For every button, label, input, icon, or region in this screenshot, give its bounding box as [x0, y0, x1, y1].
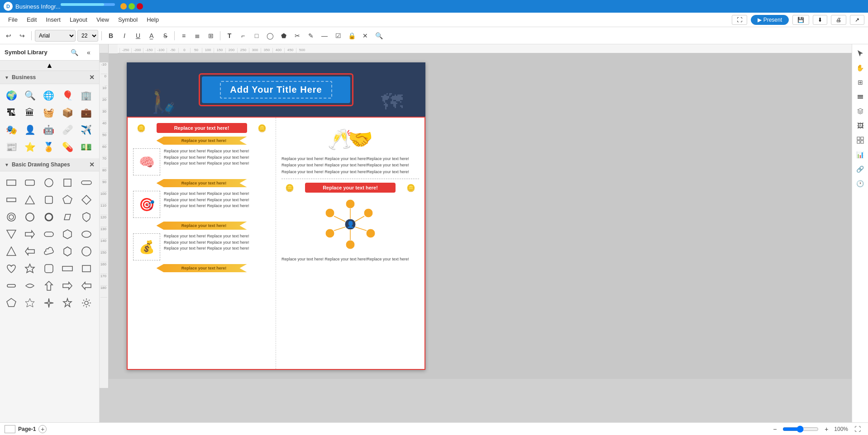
share-button[interactable]: ↗	[850, 15, 864, 25]
text-format-button[interactable]: ⊞	[205, 30, 217, 42]
symbol-plane[interactable]: ✈️	[79, 122, 94, 137]
redo-button[interactable]: ↪	[16, 30, 28, 42]
symbol-mask[interactable]: 🎭	[4, 122, 19, 137]
banner-ribbon-2[interactable]: Replace your text here!	[305, 183, 396, 193]
fullscreen-expand-button[interactable]: ⛶	[852, 423, 863, 435]
panel-collapse-button[interactable]: «	[83, 47, 95, 58]
italic-button[interactable]: I	[119, 30, 130, 42]
symbol-balloon[interactable]: 🎈	[60, 88, 75, 103]
shape-sunburst[interactable]	[79, 295, 94, 311]
undo-button[interactable]: ↩	[3, 30, 14, 42]
menu-symbol[interactable]: Symbol	[114, 14, 142, 25]
rt-image-button[interactable]: 🖼	[854, 119, 867, 132]
symbol-construction[interactable]: 🏗	[4, 105, 19, 120]
shape-rect[interactable]	[4, 175, 19, 190]
bold-button[interactable]: B	[105, 30, 117, 42]
shape-wide-rect[interactable]	[60, 261, 75, 276]
shape-star-outline[interactable]	[22, 295, 38, 311]
arrow-banner-3[interactable]: Replace your text here!	[157, 222, 247, 230]
rt-cursor-button[interactable]	[854, 47, 867, 60]
save-button[interactable]: 💾	[792, 15, 809, 25]
font-size-select[interactable]: 22	[77, 30, 98, 42]
shapes-section-header[interactable]: ▼ Basic Drawing Shapes ✕	[0, 158, 99, 171]
cross-button[interactable]: ✕	[359, 30, 371, 42]
menu-insert[interactable]: Insert	[41, 14, 65, 25]
symbol-office[interactable]: 🏛	[22, 105, 38, 120]
symbol-world[interactable]: 🌐	[41, 88, 57, 103]
shape-triangle2[interactable]	[4, 244, 19, 259]
page-name-1[interactable]: Page-1	[18, 426, 36, 432]
symbol-search[interactable]: 🔍	[22, 88, 38, 103]
shape-star5[interactable]	[60, 295, 75, 311]
shape-pill[interactable]	[4, 278, 19, 293]
align-center-button[interactable]: ≣	[191, 30, 203, 42]
shape-pentagon2[interactable]	[4, 295, 19, 311]
symbol-globe[interactable]: 🌍	[4, 88, 19, 103]
symbol-basket[interactable]: 🧺	[41, 105, 57, 120]
shape-rect4[interactable]	[79, 261, 94, 276]
menu-edit[interactable]: Edit	[22, 14, 41, 25]
rt-group-button[interactable]	[854, 134, 867, 147]
symbol-robot[interactable]: 🤖	[41, 122, 57, 137]
symbol-building[interactable]: 🏢	[79, 88, 94, 103]
shape-parallelogram[interactable]	[60, 209, 75, 225]
canvas-area[interactable]: -250 -200 -150 -100 -50 0 50 100 150 200…	[100, 44, 852, 422]
shape-arrow-up[interactable]	[41, 278, 57, 293]
symbol-person[interactable]: 👤	[22, 122, 38, 137]
shape-triangle[interactable]	[22, 192, 38, 208]
text-tool-button[interactable]: T	[224, 30, 235, 42]
underline-button[interactable]: U	[132, 30, 144, 42]
shape-rounded-rect[interactable]	[22, 175, 38, 190]
present-button[interactable]: ▶ Present	[751, 15, 789, 25]
shape-heart[interactable]	[4, 261, 19, 276]
shape-hexagon[interactable]	[60, 227, 75, 242]
shape-hexagon2[interactable]	[60, 244, 75, 259]
download-button[interactable]: ⬇	[813, 15, 827, 25]
rt-link-button[interactable]: 🔗	[854, 163, 867, 175]
symbol-box[interactable]: 📦	[60, 105, 75, 120]
banner-ribbon-1[interactable]: Replace your text here!	[157, 123, 247, 133]
business-section-header[interactable]: ▼ Business ✕	[0, 71, 99, 84]
shape-star[interactable]	[22, 261, 38, 276]
shape-circle-thick[interactable]	[41, 209, 57, 225]
font-color-button[interactable]: A̲	[146, 30, 157, 42]
shape-arrow-right2[interactable]	[60, 278, 75, 293]
shape-tool-button[interactable]: □	[251, 30, 262, 42]
shape-arrow-right[interactable]	[22, 227, 38, 242]
shape-rounded-square[interactable]	[41, 192, 57, 208]
pen-button[interactable]: ✎	[305, 30, 317, 42]
shape-stadium[interactable]	[41, 227, 57, 242]
menu-file[interactable]: File	[4, 14, 22, 25]
rt-history-button[interactable]: 🕐	[854, 177, 867, 190]
eraser-button[interactable]: ✂	[291, 30, 303, 42]
print-button[interactable]: 🖨	[831, 15, 846, 25]
arrow-banner-2[interactable]: Replace your text here!	[157, 179, 247, 187]
font-family-select[interactable]: Arial	[35, 30, 76, 42]
close-button[interactable]	[137, 3, 143, 9]
zoom-minus-button[interactable]: −	[769, 423, 781, 435]
symbol-medal[interactable]: 🏅	[41, 139, 57, 155]
symbol-newspaper[interactable]: 📰	[4, 139, 19, 155]
symbol-star[interactable]: ⭐	[22, 139, 38, 155]
arrow-banner-1[interactable]: Replace your text here!	[157, 137, 247, 145]
shape-cloud[interactable]	[41, 244, 57, 259]
menu-help[interactable]: Help	[142, 14, 163, 25]
shape-circle-outline[interactable]	[4, 209, 19, 225]
shape-arrow-left2[interactable]	[79, 278, 94, 293]
shape-wide-rounded[interactable]	[79, 175, 94, 190]
shape-circle[interactable]	[41, 175, 57, 190]
strikethrough-button[interactable]: S̶	[159, 30, 171, 42]
rt-grid-button[interactable]: ⊞	[854, 76, 867, 89]
page-thumb-1[interactable]	[5, 425, 15, 433]
add-page-button[interactable]: +	[38, 425, 47, 433]
symbol-bandage[interactable]: 🩹	[60, 122, 75, 137]
shape-ellipse[interactable]	[79, 227, 94, 242]
shape-pentagon[interactable]	[60, 192, 75, 208]
shape-triangle-down[interactable]	[4, 227, 19, 242]
shape-circle-double[interactable]	[22, 209, 38, 225]
shape-square[interactable]	[60, 175, 75, 190]
shape-rounded-rect3[interactable]	[41, 261, 57, 276]
slide-canvas[interactable]: 🚶 🧳 Add Your Title Here	[109, 53, 852, 379]
panel-search-button[interactable]: 🔍	[68, 47, 80, 58]
shape-circle3[interactable]	[79, 244, 94, 259]
